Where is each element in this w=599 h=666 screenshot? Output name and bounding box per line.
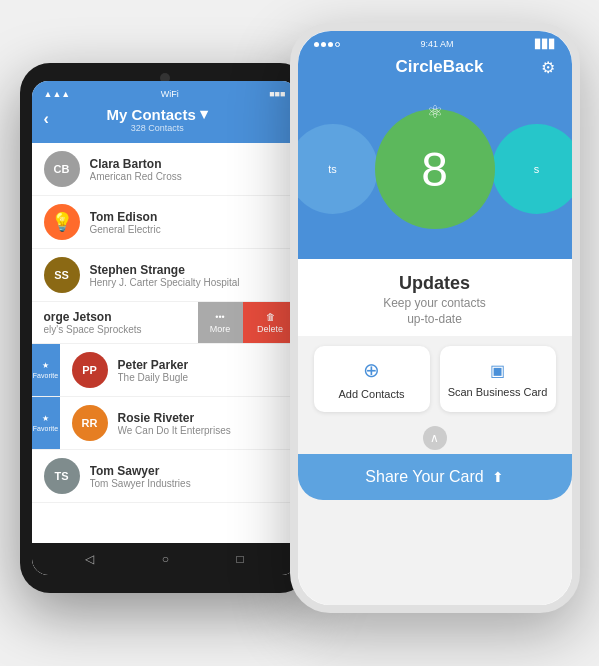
avatar: CB: [44, 151, 80, 187]
header-title-group: My Contacts ▾ 328 Contacts: [107, 105, 208, 133]
settings-icon[interactable]: ⚙: [541, 58, 555, 77]
scan-label: Scan Business Card: [448, 386, 548, 398]
trash-icon: 🗑: [266, 312, 275, 322]
updates-subtitle: Keep your contacts: [314, 296, 556, 310]
contact-name: Rosie Riveter: [118, 411, 286, 425]
chevron-up-button[interactable]: ∧: [423, 426, 447, 450]
android-screen: ▲▲▲ WiFi ■■■ ‹ My Contacts ▾ 328 Contact…: [32, 81, 298, 575]
dropdown-icon[interactable]: ▾: [200, 105, 208, 123]
contact-company: The Daily Bugle: [118, 372, 286, 383]
header-subtitle: 328 Contacts: [107, 123, 208, 133]
list-item[interactable]: TS Tom Sawyer Tom Sawyer Industries: [32, 450, 298, 503]
star-icon: ★: [42, 361, 49, 370]
ios-content: ts ⚛ 8 s Updates Keep your contacts up-t…: [298, 89, 572, 605]
ios-top-notch-area: 9:41 AM ▊▊▊: [298, 31, 572, 53]
android-header: ▲▲▲ WiFi ■■■ ‹ My Contacts ▾ 328 Contact…: [32, 81, 298, 143]
right-text: s: [534, 163, 540, 175]
signal-icon: ▲▲▲: [44, 89, 71, 99]
share-bar[interactable]: Share Your Card ⬆: [298, 454, 572, 500]
android-nav-header: ‹ My Contacts ▾ 328 Contacts: [44, 105, 286, 133]
dot-3: [328, 42, 333, 47]
contact-info: Peter Parker The Daily Bugle: [118, 358, 286, 383]
contact-name: Tom Edison: [90, 210, 286, 224]
battery-icon: ■■■: [269, 89, 285, 99]
list-item[interactable]: orge Jetson ely's Space Sprockets ••• Mo…: [32, 302, 298, 344]
avatar: SS: [44, 257, 80, 293]
add-icon: ⊕: [363, 358, 380, 382]
favorite-badge: ★ Favorite: [32, 397, 60, 449]
updates-count: 8: [421, 142, 448, 197]
contact-name: Stephen Strange: [90, 263, 286, 277]
android-bottom-nav: ◁ ○ □: [32, 543, 298, 575]
contact-name: Tom Sawyer: [90, 464, 286, 478]
ios-signal: [314, 42, 340, 47]
updates-circle[interactable]: ⚛ 8: [375, 109, 495, 229]
updates-title: Updates: [314, 273, 556, 294]
home-nav-button[interactable]: ○: [162, 552, 169, 566]
updates-section: Updates Keep your contacts up-to-date: [298, 259, 572, 336]
list-item[interactable]: ★ Favorite PP Peter Parker The Daily Bug…: [32, 344, 298, 397]
contact-company: American Red Cross: [90, 171, 286, 182]
dot-2: [321, 42, 326, 47]
carousel-pointer: [415, 258, 455, 259]
back-nav-button[interactable]: ◁: [85, 552, 94, 566]
header-title: My Contacts ▾: [107, 105, 208, 123]
atom-icon: ⚛: [427, 101, 443, 123]
more-label: More: [210, 324, 231, 334]
updates-subtitle-2: up-to-date: [314, 312, 556, 326]
star-icon: ★: [42, 414, 49, 423]
contact-name: Peter Parker: [118, 358, 286, 372]
dot-4: [335, 42, 340, 47]
list-item[interactable]: CB Clara Barton American Red Cross: [32, 143, 298, 196]
contact-company: General Electric: [90, 224, 286, 235]
contact-info: Tom Sawyer Tom Sawyer Industries: [90, 464, 286, 489]
list-item[interactable]: SS Stephen Strange Henry J. Carter Speci…: [32, 249, 298, 302]
contact-company: Tom Sawyer Industries: [90, 478, 286, 489]
dot-1: [314, 42, 319, 47]
contact-name: Clara Barton: [90, 157, 286, 171]
contact-company: We Can Do It Enterprises: [118, 425, 286, 436]
avatar: PP: [72, 352, 108, 388]
avatar: 💡: [44, 204, 80, 240]
phones-container: ▲▲▲ WiFi ■■■ ‹ My Contacts ▾ 328 Contact…: [20, 23, 580, 643]
contact-company: Henry J. Carter Specialty Hospital: [90, 277, 286, 288]
wifi-icon: WiFi: [161, 89, 179, 99]
avatar: RR: [72, 405, 108, 441]
list-item[interactable]: ★ Favorite RR Rosie Riveter We Can Do It…: [32, 397, 298, 450]
android-phone: ▲▲▲ WiFi ■■■ ‹ My Contacts ▾ 328 Contact…: [20, 63, 310, 593]
favorite-badge: ★ Favorite: [32, 344, 60, 396]
carousel-left[interactable]: ts: [298, 124, 378, 214]
chevron-bar: ∧: [298, 422, 572, 454]
contact-info: Rosie Riveter We Can Do It Enterprises: [118, 411, 286, 436]
contact-info: Clara Barton American Red Cross: [90, 157, 286, 182]
scan-icon: ▣: [490, 361, 505, 380]
share-icon: ⬆: [492, 469, 504, 485]
ios-time: 9:41 AM: [420, 39, 453, 49]
carousel-right[interactable]: s: [492, 124, 572, 214]
chevron-up-icon: ∧: [430, 431, 439, 445]
ellipsis-icon: •••: [215, 312, 224, 322]
contact-info: Tom Edison General Electric: [90, 210, 286, 235]
add-contacts-label: Add Contacts: [338, 388, 404, 400]
left-text: ts: [328, 163, 337, 175]
more-action[interactable]: ••• More: [198, 302, 243, 343]
carousel-area: ts ⚛ 8 s: [298, 89, 572, 259]
action-buttons: ⊕ Add Contacts ▣ Scan Business Card: [298, 336, 572, 422]
scan-business-card-button[interactable]: ▣ Scan Business Card: [440, 346, 556, 412]
ios-header: CircleBack ⚙: [298, 53, 572, 89]
recent-nav-button[interactable]: □: [237, 552, 244, 566]
contact-info: Stephen Strange Henry J. Carter Specialt…: [90, 263, 286, 288]
ios-battery: ▊▊▊: [535, 39, 556, 49]
contacts-list: CB Clara Barton American Red Cross 💡 Tom…: [32, 143, 298, 543]
ios-screen: 9:41 AM ▊▊▊ CircleBack ⚙ ts ⚛ 8: [298, 31, 572, 605]
share-bar-label: Share Your Card: [365, 468, 483, 486]
delete-label: Delete: [257, 324, 283, 334]
app-title: CircleBack: [396, 57, 484, 77]
back-button[interactable]: ‹: [44, 110, 49, 128]
android-status-bar: ▲▲▲ WiFi ■■■: [44, 89, 286, 99]
ios-status-bar: 9:41 AM ▊▊▊: [314, 39, 556, 49]
list-item[interactable]: 💡 Tom Edison General Electric: [32, 196, 298, 249]
add-contacts-button[interactable]: ⊕ Add Contacts: [314, 346, 430, 412]
swipe-actions: ••• More 🗑 Delete: [198, 302, 298, 343]
ios-phone: 9:41 AM ▊▊▊ CircleBack ⚙ ts ⚛ 8: [290, 23, 580, 613]
